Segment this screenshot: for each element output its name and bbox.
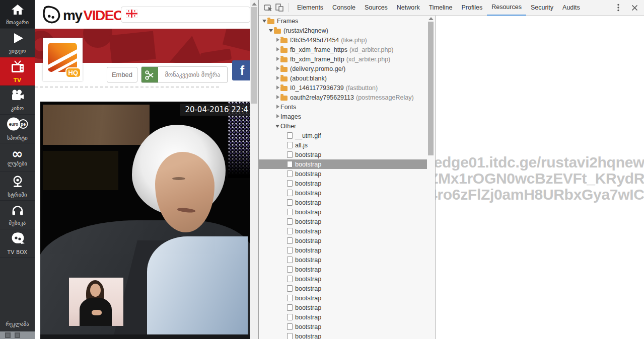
disclosure-triangle-icon[interactable] xyxy=(281,200,287,205)
disclosure-triangle-icon[interactable] xyxy=(281,324,287,329)
overflow-menu-icon[interactable] xyxy=(613,2,624,13)
disclosure-triangle-icon[interactable] xyxy=(281,267,287,272)
disclosure-triangle-icon[interactable] xyxy=(262,18,267,24)
disclosure-triangle-icon[interactable] xyxy=(275,56,280,62)
disclosure-triangle-icon[interactable] xyxy=(281,161,287,167)
disclosure-triangle-icon[interactable] xyxy=(275,104,280,110)
scrollbar-thumb[interactable] xyxy=(251,7,257,104)
sidebar-item-tvbox[interactable]: TV BOX xyxy=(0,229,35,258)
inspect-element-icon[interactable] xyxy=(263,2,274,13)
disclosure-triangle-icon[interactable] xyxy=(281,133,287,138)
scrollbar-thumb[interactable] xyxy=(428,22,434,155)
disclosure-triangle-icon[interactable] xyxy=(281,257,287,263)
disclosure-triangle-icon[interactable] xyxy=(281,247,287,253)
tab-resources[interactable]: Resources xyxy=(487,0,526,16)
embed-button[interactable]: Embed xyxy=(107,67,137,82)
disclosure-triangle-icon[interactable] xyxy=(275,114,280,119)
ads-label[interactable]: რეკლამა xyxy=(0,321,35,327)
disclosure-triangle-icon[interactable] xyxy=(275,66,280,71)
tree-row[interactable]: I0_1461177936739 (fastbutton) xyxy=(259,83,427,93)
disclosure-triangle-icon[interactable] xyxy=(281,219,287,224)
tab-timeline[interactable]: Timeline xyxy=(424,0,457,16)
tree-row[interactable]: bootstrap xyxy=(259,245,427,255)
tree-row[interactable]: bootstrap xyxy=(259,159,427,169)
tree-row[interactable]: bootstrap xyxy=(259,179,427,188)
sidebar-item-home[interactable]: მთავარი xyxy=(0,0,35,29)
sidebar-item-cinema[interactable]: კინო xyxy=(0,86,35,115)
disclosure-triangle-icon[interactable] xyxy=(275,95,280,100)
disclosure-triangle-icon[interactable] xyxy=(275,37,280,43)
tree-row[interactable]: bootstrap xyxy=(259,236,427,245)
tab-elements[interactable]: Elements xyxy=(293,0,328,16)
tree-row[interactable]: bootstrap xyxy=(259,312,427,322)
video-player[interactable]: 20-04-2016 22:4 xyxy=(40,102,250,339)
tree-row[interactable]: bootstrap xyxy=(259,255,427,265)
disclosure-triangle-icon[interactable] xyxy=(275,85,280,91)
sidebar-item-music[interactable]: მუსიკა xyxy=(0,201,35,229)
tree-row[interactable]: bootstrap xyxy=(259,198,427,207)
tree-row[interactable]: (about:blank) xyxy=(259,73,427,83)
tree-scrollbar[interactable] xyxy=(427,16,435,339)
tree-row[interactable]: Fonts xyxy=(259,102,427,112)
tree-row[interactable]: (delivery.promo.ge/) xyxy=(259,64,427,73)
tab-console[interactable]: Console xyxy=(328,0,360,16)
tab-audits[interactable]: Audits xyxy=(558,0,585,16)
disclosure-triangle-icon[interactable] xyxy=(281,305,287,310)
scroll-up-arrow-icon[interactable] xyxy=(252,3,257,6)
tree-row[interactable]: f3b354495d7f454 (like.php) xyxy=(259,35,427,45)
sidebar-item-sport[interactable]: europe სპორტი xyxy=(0,115,35,143)
tree-row[interactable]: Other xyxy=(259,121,427,131)
tree-row[interactable]: fb_xdm_frame_http (xd_arbiter.php) xyxy=(259,54,427,64)
search-input[interactable] xyxy=(141,7,250,22)
disclosure-triangle-icon[interactable] xyxy=(275,47,280,52)
disclosure-triangle-icon[interactable] xyxy=(281,238,287,243)
disclosure-triangle-icon[interactable] xyxy=(281,286,287,291)
close-devtools-icon[interactable] xyxy=(629,2,640,13)
disclosure-triangle-icon[interactable] xyxy=(275,75,280,81)
scroll-up-arrow-icon[interactable] xyxy=(428,17,434,20)
sidebar-item-tv[interactable]: TV xyxy=(0,57,35,86)
facebook-button[interactable]: f xyxy=(232,60,250,80)
sidebar-item-stream[interactable]: სტრიმი xyxy=(0,172,35,201)
tab-profiles[interactable]: Profiles xyxy=(457,0,487,16)
tree-row[interactable]: Frames xyxy=(259,16,427,26)
tree-row[interactable]: bootstrap xyxy=(259,322,427,331)
tree-row[interactable]: bootstrap xyxy=(259,274,427,284)
disclosure-triangle-icon[interactable] xyxy=(281,209,287,215)
tab-sources[interactable]: Sources xyxy=(360,0,392,16)
disclosure-triangle-icon[interactable] xyxy=(281,276,287,282)
disclosure-triangle-icon[interactable] xyxy=(268,28,274,33)
tree-row[interactable]: bootstrap xyxy=(259,226,427,236)
disclosure-triangle-icon[interactable] xyxy=(275,123,280,129)
sidebar-item-loops[interactable]: ∞ ლუპები xyxy=(0,143,35,172)
tree-row[interactable]: bootstrap xyxy=(259,217,427,226)
disclosure-triangle-icon[interactable] xyxy=(281,190,287,196)
page-scrollbar[interactable] xyxy=(250,0,258,339)
channel-avatar[interactable]: HQ xyxy=(43,38,83,81)
tree-row[interactable]: bootstrap xyxy=(259,303,427,312)
disclosure-triangle-icon[interactable] xyxy=(281,142,287,148)
tree-row[interactable]: all.js xyxy=(259,140,427,150)
tree-row[interactable]: oauth2relay795629113 (postmessageRelay) xyxy=(259,93,427,102)
disclosure-triangle-icon[interactable] xyxy=(281,295,287,301)
tree-row[interactable]: bootstrap xyxy=(259,150,427,159)
device-toolbar-icon[interactable] xyxy=(274,2,285,13)
tree-row[interactable]: bootstrap xyxy=(259,169,427,179)
tab-security[interactable]: Security xyxy=(526,0,558,16)
tree-row[interactable]: bootstrap xyxy=(259,207,427,217)
player-control-bar[interactable] xyxy=(40,334,250,339)
tree-row[interactable]: bootstrap xyxy=(259,284,427,293)
disclosure-triangle-icon[interactable] xyxy=(281,314,287,320)
tree-row[interactable]: __utm.gif xyxy=(259,131,427,140)
disclosure-triangle-icon[interactable] xyxy=(281,181,287,186)
tree-row[interactable]: Images xyxy=(259,112,427,121)
site-logo[interactable]: myVIDEO xyxy=(41,5,123,27)
disclosure-triangle-icon[interactable] xyxy=(281,333,287,339)
tree-row[interactable]: bootstrap xyxy=(259,293,427,303)
disclosure-triangle-icon[interactable] xyxy=(281,228,287,234)
disclosure-triangle-icon[interactable] xyxy=(281,152,287,157)
tree-row[interactable]: bootstrap xyxy=(259,331,427,339)
tree-row[interactable]: fb_xdm_frame_https (xd_arbiter.php) xyxy=(259,45,427,54)
clip-button[interactable]: მონაკვეთის მოჭრა xyxy=(141,66,228,83)
tree-row[interactable]: bootstrap xyxy=(259,188,427,198)
